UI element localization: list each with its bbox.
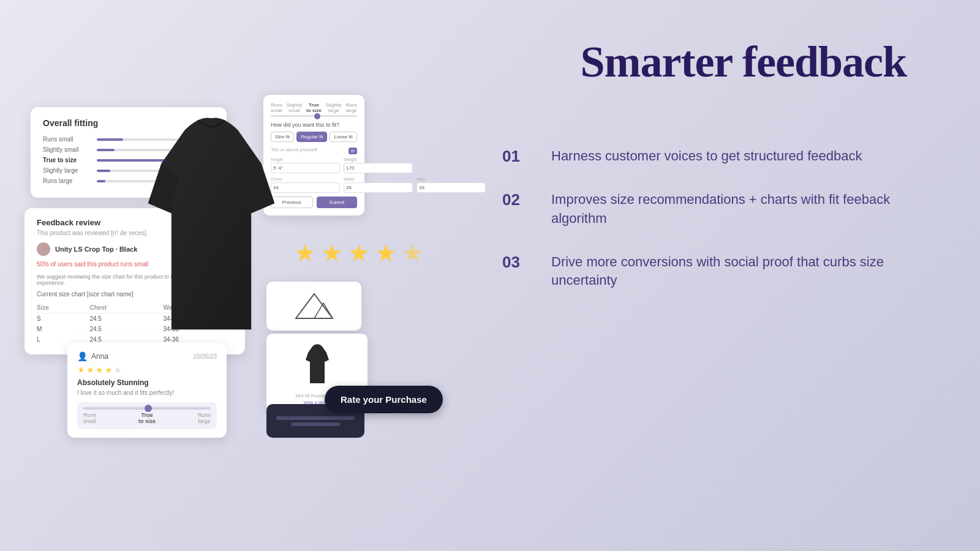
rate-purchase-button[interactable]: Rate your Purchase <box>325 386 443 413</box>
fit-bar <box>97 138 123 141</box>
fit-label: Slightly small <box>43 146 92 153</box>
mountain-logo-icon <box>290 291 339 321</box>
fit-label-bold: True to size <box>43 157 92 163</box>
height-weight-row: Height Weight <box>271 157 357 173</box>
star-3: ★ <box>96 365 104 375</box>
slider-labels-top: Runssmall Slightlysmall Trueto size Slig… <box>271 102 357 113</box>
overall-fitting-title: Overall fitting <box>43 118 98 128</box>
product-name: Unity LS Crop Top · Black <box>55 246 137 253</box>
review-body: I love it so much and it fits perfectly! <box>77 389 217 396</box>
feature-number-2: 02 <box>502 190 533 209</box>
slider-labels: Runs small True to size Runs large <box>83 412 211 424</box>
fit-slider: Runs small True to size Runs large <box>77 402 217 429</box>
dark-bar-2 <box>291 422 340 426</box>
unit-toggle-in[interactable]: in <box>349 148 357 154</box>
about-yourself-section: Tell us about yourself in Height Weight … <box>271 147 357 193</box>
fit-slider-indicator <box>314 113 320 119</box>
fit-options: Slim fit Regular fit Loose fit <box>271 132 357 142</box>
big-star-3[interactable]: ★ <box>348 239 370 267</box>
slider-label-true-2: to size <box>138 418 156 424</box>
feature-item-2: 02 Improves size recommendations + chart… <box>502 190 919 228</box>
star-5: ★ <box>114 365 122 375</box>
slider-label-small-2: small <box>83 418 96 424</box>
submit-button[interactable]: Submit <box>317 197 358 208</box>
slider-label-true: True <box>138 412 156 418</box>
big-star-2[interactable]: ★ <box>321 239 343 267</box>
fit-bar <box>97 149 115 151</box>
big-star-4[interactable]: ★ <box>375 239 397 267</box>
weight-input[interactable] <box>344 163 413 173</box>
slider-track <box>83 407 211 410</box>
feature-item-1: 01 Harness customer voices to get struct… <box>502 147 919 166</box>
product-image <box>141 110 282 343</box>
big-star-5[interactable]: ★ <box>402 239 424 267</box>
big-star-1[interactable]: ★ <box>294 239 316 267</box>
col-header-size: Size <box>37 302 89 313</box>
mini-shirt-icon <box>302 343 333 386</box>
fit-label: Runs large <box>43 178 92 184</box>
feature-text-2: Improves size recommendations + charts w… <box>551 190 919 228</box>
hips-label: Hips <box>417 177 486 181</box>
fit-bar <box>97 180 105 182</box>
loose-fit-btn[interactable]: Loose fit <box>330 132 356 142</box>
fit-label: Slightly large <box>43 167 92 174</box>
star-rating: ★ ★ ★ ★ ★ <box>77 365 217 375</box>
stars-rating-panel: ★ ★ ★ ★ ★ <box>294 239 424 267</box>
fit-slider-bar <box>271 115 357 117</box>
hips-input[interactable] <box>417 182 486 193</box>
feature-number-3: 03 <box>502 253 533 272</box>
user-icon: 👤 <box>77 351 88 361</box>
review-card: 👤 Anna 10/05/23 ★ ★ ★ ★ ★ Absolutely Stu… <box>67 343 227 438</box>
feature-text-3: Drive more conversions with social proof… <box>551 253 919 291</box>
feature-item-3: 03 Drive more conversions with social pr… <box>502 253 919 291</box>
slider-thumb <box>145 405 152 412</box>
fit-bar <box>97 170 110 172</box>
reviewer-row: 👤 Anna 10/05/23 <box>77 351 217 361</box>
star-4: ★ <box>105 365 113 375</box>
fit-slider-top: Runssmall Slightlysmall Trueto size Slig… <box>271 102 357 117</box>
waist-input[interactable] <box>344 182 413 193</box>
star-2: ★ <box>86 365 94 375</box>
waist-label: Waist <box>344 177 413 181</box>
review-date: 10/05/23 <box>193 353 217 360</box>
dark-bar-1 <box>276 416 355 420</box>
big-stars: ★ ★ ★ ★ ★ <box>294 239 424 267</box>
feature-text-1: Harness customer voices to get structure… <box>551 147 862 166</box>
slider-label-large-2: large <box>198 418 211 424</box>
product-thumbnail <box>273 340 361 389</box>
product-avatar <box>37 242 50 256</box>
svg-marker-0 <box>296 294 333 318</box>
feature-number-1: 01 <box>502 147 533 166</box>
page-title: Smarter feedback <box>580 37 907 88</box>
weight-label: Weight <box>344 157 413 162</box>
questionnaire-nav: Previous Submit <box>271 197 357 208</box>
star-1: ★ <box>77 365 85 375</box>
fit-label: Runs small <box>43 136 92 143</box>
features-list: 01 Harness customer voices to get struct… <box>502 147 919 315</box>
regular-fit-btn[interactable]: Regular fit <box>296 132 327 142</box>
slider-label-small: Runs <box>83 412 96 418</box>
review-title: Absolutely Stunning <box>77 378 217 387</box>
slider-label-large: Runs <box>198 412 211 418</box>
q-label-1: How did you want this to fit? <box>271 122 357 128</box>
body-measurements-row: Chest Waist Hips <box>271 177 357 193</box>
reviewer-info: 👤 Anna <box>77 351 108 361</box>
reviewer-name: Anna <box>91 352 108 361</box>
